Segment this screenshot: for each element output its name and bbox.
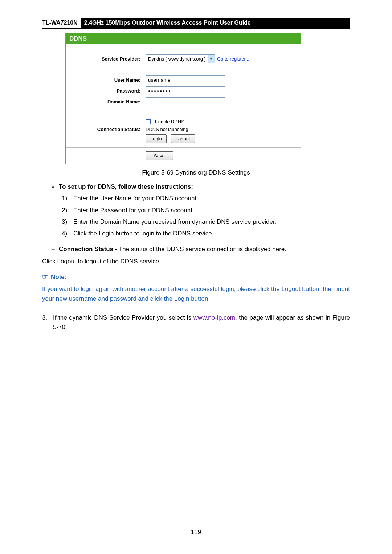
page-number: 119 [0,529,392,536]
conn-status-label: Connection Status [59,246,113,253]
step-text: Enter the Password for your DDNS account… [73,206,194,215]
figure-caption: Figure 5-69 Dyndns.org DDNS Settings [42,169,350,176]
bullet-icon: ➢ [51,245,59,254]
instruction-steps: 1)Enter the User Name for your DDNS acco… [62,194,350,238]
go-to-register-link[interactable]: Go to register... [217,56,249,62]
chevron-down-icon [208,55,215,63]
label-domain: Domain Name: [73,99,146,104]
service-provider-select[interactable]: Dyndns ( www.dyndns.org ) [146,54,215,63]
connection-status-text: DDNS not launching! [146,127,189,132]
enable-ddns-checkbox[interactable] [146,119,151,124]
pointing-hand-icon: ☞ [42,272,48,282]
login-button[interactable]: Login [146,134,167,143]
step-text: Enter the Domain Name you received from … [73,217,276,227]
save-button[interactable]: Save [146,151,173,160]
item-3: 3. If the dynamic DNS Service Provider y… [42,313,350,332]
model-badge: TL-WA7210N [42,18,81,28]
label-connection-status: Connection Status: [73,127,146,132]
label-username: User Name: [73,77,146,83]
step-text: Enter the User Name for your DDNS accoun… [73,194,198,203]
label-password: Password: [73,88,146,94]
conn-status-desc: - The status of the DDNS service connect… [113,246,286,253]
doc-header: TL-WA7210N 2.4GHz 150Mbps Outdoor Wirele… [42,18,350,29]
instructions-heading: To set up for DDNS, follow these instruc… [59,183,193,190]
logout-paragraph: Click Logout to logout of the DDNS servi… [42,257,350,266]
step-text: Click the Login button to login to the D… [73,229,213,238]
note-body: If you want to login again with another … [42,284,350,304]
panel-title: DDNS [66,33,301,49]
doc-title: 2.4GHz 150Mbps Outdoor Wireless Access P… [81,18,350,28]
label-service-provider: Service Provider: [73,56,146,62]
enable-ddns-label: Enable DDNS [155,119,184,124]
username-input[interactable]: username [146,75,225,84]
no-ip-link[interactable]: www.no-ip.com [193,314,235,321]
domain-input[interactable] [146,97,225,106]
logout-button[interactable]: Logout [171,134,195,143]
note-heading: ☞ Note: [42,272,350,282]
ddns-panel: DDNS Service Provider: Dyndns ( www.dynd… [65,33,301,164]
bullet-icon: ➢ [51,182,59,192]
password-input[interactable]: ●●●●●●●● [146,86,225,95]
